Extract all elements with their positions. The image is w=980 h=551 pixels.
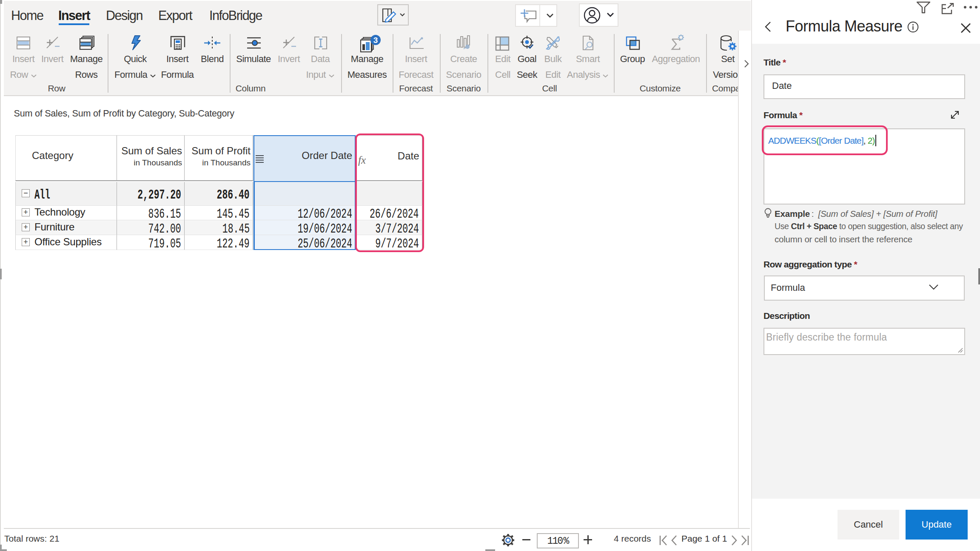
- svg-text:3: 3: [373, 36, 378, 45]
